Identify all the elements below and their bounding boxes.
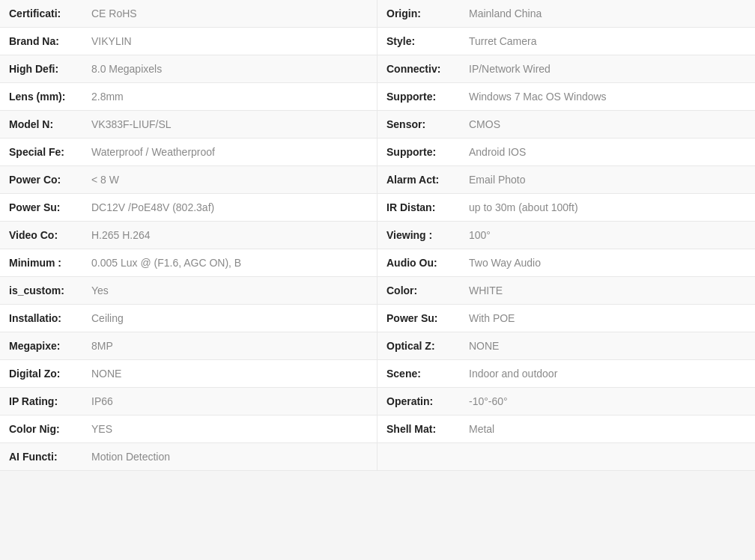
spec-value: up to 30m (about 100ft) bbox=[469, 201, 746, 213]
spec-label: Supporte: bbox=[386, 146, 469, 158]
spec-value: Android IOS bbox=[469, 146, 746, 158]
spec-value: VIKYLIN bbox=[91, 35, 368, 47]
spec-label: Alarm Act: bbox=[386, 174, 469, 186]
spec-value: IP66 bbox=[91, 395, 368, 407]
spec-cell-right: Scene:Indoor and outdoor bbox=[378, 360, 755, 387]
spec-cell-left: High Defi:8.0 Megapixels bbox=[0, 55, 378, 82]
table-row: Lens (mm):2.8mmSupporte:Windows 7 Mac OS… bbox=[0, 83, 755, 111]
table-row: Power Co:< 8 WAlarm Act:Email Photo bbox=[0, 166, 755, 194]
spec-label: Power Su: bbox=[386, 312, 469, 324]
spec-value: Motion Detection bbox=[91, 451, 368, 463]
spec-value: 100° bbox=[469, 229, 746, 241]
table-row: Brand Na:VIKYLINStyle:Turret Camera bbox=[0, 28, 755, 55]
spec-label: IP Rating: bbox=[9, 395, 91, 407]
table-row: Minimum :0.005 Lux @ (F1.6, AGC ON), BAu… bbox=[0, 249, 755, 277]
spec-value: CMOS bbox=[469, 118, 746, 130]
table-row: Digital Zo:NONEScene:Indoor and outdoor bbox=[0, 360, 755, 388]
spec-value: Email Photo bbox=[469, 174, 746, 186]
spec-value: DC12V /PoE48V (802.3af) bbox=[91, 201, 368, 213]
spec-label: Color Nig: bbox=[9, 423, 91, 435]
spec-label: Model N: bbox=[9, 118, 91, 130]
table-row: Model N:VK383F-LIUF/SLSensor:CMOS bbox=[0, 111, 755, 139]
spec-label: Scene: bbox=[386, 368, 469, 380]
spec-label: Color: bbox=[386, 284, 469, 296]
spec-cell-right: Optical Z:NONE bbox=[378, 332, 755, 359]
spec-cell-right bbox=[378, 443, 755, 470]
specs-table: Certificati:CE RoHSOrigin:Mainland China… bbox=[0, 0, 755, 471]
spec-cell-right: Audio Ou:Two Way Audio bbox=[378, 249, 755, 276]
table-row: High Defi:8.0 MegapixelsConnectiv:IP/Net… bbox=[0, 55, 755, 83]
spec-cell-left: IP Rating:IP66 bbox=[0, 388, 378, 415]
spec-cell-left: Digital Zo:NONE bbox=[0, 360, 378, 387]
spec-cell-left: is_custom:Yes bbox=[0, 277, 378, 304]
spec-label: Video Co: bbox=[9, 229, 91, 241]
spec-label: Viewing : bbox=[386, 229, 469, 241]
spec-label: Origin: bbox=[386, 7, 469, 19]
table-row: Color Nig:YESShell Mat:Metal bbox=[0, 416, 755, 443]
spec-label: Optical Z: bbox=[386, 340, 469, 352]
spec-cell-right: Supporte:Android IOS bbox=[378, 139, 755, 165]
spec-label: Installatio: bbox=[9, 312, 91, 324]
spec-label: Minimum : bbox=[9, 257, 91, 269]
spec-cell-left: Power Co:< 8 W bbox=[0, 166, 378, 193]
table-row: Power Su:DC12V /PoE48V (802.3af)IR Dista… bbox=[0, 194, 755, 222]
spec-cell-left: Video Co:H.265 H.264 bbox=[0, 222, 378, 249]
spec-label: AI Functi: bbox=[9, 451, 91, 463]
spec-value: YES bbox=[91, 423, 368, 435]
table-row: is_custom:YesColor:WHITE bbox=[0, 277, 755, 305]
spec-cell-left: Brand Na:VIKYLIN bbox=[0, 28, 378, 55]
spec-value: 0.005 Lux @ (F1.6, AGC ON), B bbox=[91, 257, 368, 269]
table-row: Installatio:CeilingPower Su:With POE bbox=[0, 305, 755, 332]
spec-cell-left: Installatio:Ceiling bbox=[0, 305, 378, 332]
spec-value: CE RoHS bbox=[91, 7, 368, 19]
spec-label: is_custom: bbox=[9, 284, 91, 296]
spec-cell-right: Style:Turret Camera bbox=[378, 28, 755, 55]
spec-label: Audio Ou: bbox=[386, 257, 469, 269]
table-row: Megapixe:8MPOptical Z:NONE bbox=[0, 332, 755, 360]
spec-cell-right: Viewing :100° bbox=[378, 222, 755, 249]
spec-cell-right: Supporte:Windows 7 Mac OS Windows bbox=[378, 83, 755, 110]
spec-value: NONE bbox=[91, 368, 368, 380]
spec-label: Certificati: bbox=[9, 7, 91, 19]
spec-value: H.265 H.264 bbox=[91, 229, 368, 241]
spec-label: Power Co: bbox=[9, 174, 91, 186]
spec-label: Megapixe: bbox=[9, 340, 91, 352]
spec-cell-right: Power Su:With POE bbox=[378, 305, 755, 332]
spec-value: Mainland China bbox=[469, 7, 746, 19]
spec-label: Sensor: bbox=[386, 118, 469, 130]
spec-value: VK383F-LIUF/SL bbox=[91, 118, 368, 130]
spec-label: High Defi: bbox=[9, 63, 91, 75]
spec-label: Lens (mm): bbox=[9, 91, 91, 103]
spec-label: Special Fe: bbox=[9, 146, 91, 158]
table-row: AI Functi:Motion Detection bbox=[0, 443, 755, 471]
spec-cell-left: Special Fe:Waterproof / Weatherproof bbox=[0, 139, 378, 165]
spec-cell-left: Power Su:DC12V /PoE48V (802.3af) bbox=[0, 194, 378, 221]
spec-label: Style: bbox=[386, 35, 469, 47]
spec-value: < 8 W bbox=[91, 174, 368, 186]
spec-cell-left: Color Nig:YES bbox=[0, 416, 378, 442]
spec-value: Waterproof / Weatherproof bbox=[91, 146, 368, 158]
spec-cell-right: Alarm Act:Email Photo bbox=[378, 166, 755, 193]
spec-cell-left: Minimum :0.005 Lux @ (F1.6, AGC ON), B bbox=[0, 249, 378, 276]
spec-value: NONE bbox=[469, 340, 746, 352]
spec-value: 8.0 Megapixels bbox=[91, 63, 368, 75]
spec-value: Turret Camera bbox=[469, 35, 746, 47]
spec-cell-right: IR Distan:up to 30m (about 100ft) bbox=[378, 194, 755, 221]
spec-cell-right: Color:WHITE bbox=[378, 277, 755, 304]
spec-value: Indoor and outdoor bbox=[469, 368, 746, 380]
spec-cell-right: Connectiv:IP/Network Wired bbox=[378, 55, 755, 82]
spec-label: Shell Mat: bbox=[386, 423, 469, 435]
spec-cell-left: Lens (mm):2.8mm bbox=[0, 83, 378, 110]
spec-cell-right: Origin:Mainland China bbox=[378, 0, 755, 27]
spec-cell-left: Model N:VK383F-LIUF/SL bbox=[0, 111, 378, 138]
spec-value: Metal bbox=[469, 423, 746, 435]
spec-label: Digital Zo: bbox=[9, 368, 91, 380]
spec-label: Connectiv: bbox=[386, 63, 469, 75]
spec-value: Two Way Audio bbox=[469, 257, 746, 269]
spec-cell-left: Megapixe:8MP bbox=[0, 332, 378, 359]
spec-cell-right: Operatin:-10°-60° bbox=[378, 388, 755, 415]
spec-value: -10°-60° bbox=[469, 395, 746, 407]
table-row: Certificati:CE RoHSOrigin:Mainland China bbox=[0, 0, 755, 28]
spec-value: Ceiling bbox=[91, 312, 368, 324]
spec-label: Brand Na: bbox=[9, 35, 91, 47]
